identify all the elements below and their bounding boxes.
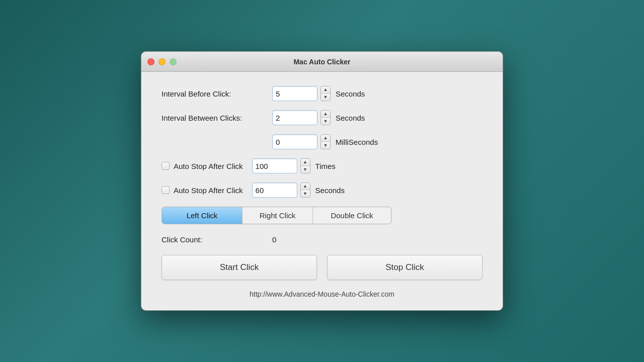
main-content: Interval Before Click: ▲ ▼ Seconds Inter…	[141, 72, 503, 310]
interval-between-clicks-ms-row: ▲ ▼ MilliSeconds	[272, 134, 482, 149]
auto-stop-times-up[interactable]: ▲	[301, 159, 310, 166]
stop-click-button[interactable]: Stop Click	[327, 255, 482, 280]
interval-before-click-up[interactable]: ▲	[321, 86, 330, 94]
auto-stop-times-row: Auto Stop After Click ▲ ▼ Times	[162, 158, 482, 173]
auto-stop-seconds-label: Auto Stop After Click	[174, 186, 243, 195]
interval-between-clicks-seconds-row: Interval Between Clicks: ▲ ▼ Seconds	[162, 110, 482, 125]
click-count-value: 0	[272, 235, 276, 244]
interval-before-click-spinner: ▲ ▼ Seconds	[272, 86, 386, 101]
interval-between-clicks-seconds-unit: Seconds	[336, 114, 386, 122]
auto-stop-seconds-down[interactable]: ▼	[301, 190, 310, 197]
close-button[interactable]	[147, 58, 154, 65]
auto-stop-seconds-up[interactable]: ▲	[301, 183, 310, 190]
interval-between-clicks-seconds-down[interactable]: ▼	[321, 118, 330, 125]
right-click-button[interactable]: Right Click	[243, 207, 313, 224]
interval-between-clicks-ms-unit: MilliSeconds	[336, 138, 386, 146]
maximize-button[interactable]	[170, 58, 177, 65]
auto-stop-times-arrows: ▲ ▼	[300, 158, 310, 173]
auto-stop-times-checkbox[interactable]	[162, 162, 170, 170]
left-click-button[interactable]: Left Click	[162, 207, 243, 224]
interval-between-clicks-label: Interval Between Clicks:	[162, 114, 272, 122]
click-count-row: Click Count: 0	[162, 235, 482, 244]
window-title: Mac Auto Clicker	[293, 58, 350, 66]
titlebar: Mac Auto Clicker	[141, 52, 503, 72]
auto-stop-times-input[interactable]	[252, 158, 297, 173]
click-type-bar: Left Click Right Click Double Click	[162, 207, 391, 224]
auto-stop-seconds-unit: Seconds	[315, 186, 366, 195]
auto-stop-times-down[interactable]: ▼	[301, 166, 310, 173]
interval-between-clicks-ms-input[interactable]	[272, 134, 317, 149]
click-type-row: Left Click Right Click Double Click	[162, 207, 482, 224]
interval-between-clicks-ms-up[interactable]: ▲	[321, 135, 330, 142]
interval-between-clicks-ms-down[interactable]: ▼	[321, 142, 330, 149]
interval-before-click-input[interactable]	[272, 86, 317, 101]
auto-stop-seconds-row: Auto Stop After Click ▲ ▼ Seconds	[162, 183, 482, 198]
interval-before-click-down[interactable]: ▼	[321, 94, 330, 101]
auto-stop-times-unit: Times	[315, 162, 366, 170]
interval-between-clicks-ms-spinner: ▲ ▼ MilliSeconds	[272, 134, 386, 149]
click-count-label: Click Count:	[162, 235, 272, 244]
interval-before-click-label: Interval Before Click:	[162, 89, 272, 98]
interval-before-click-arrows: ▲ ▼	[320, 86, 331, 101]
interval-before-click-row: Interval Before Click: ▲ ▼ Seconds	[162, 86, 482, 101]
auto-stop-seconds-input[interactable]	[252, 183, 297, 198]
double-click-button[interactable]: Double Click	[313, 207, 391, 224]
auto-stop-seconds-spinner: ▲ ▼ Seconds	[252, 183, 366, 198]
auto-stop-seconds-checkbox[interactable]	[162, 186, 170, 194]
footer-url: http://www.Advanced-Mouse-Auto-Clicker.c…	[162, 290, 482, 298]
interval-between-clicks-ms-arrows: ▲ ▼	[320, 134, 331, 149]
interval-between-clicks-seconds-spinner: ▲ ▼ Seconds	[272, 110, 386, 125]
auto-stop-times-label: Auto Stop After Click	[174, 162, 243, 170]
interval-between-clicks-seconds-up[interactable]: ▲	[321, 111, 330, 118]
start-click-button[interactable]: Start Click	[162, 255, 317, 280]
action-buttons: Start Click Stop Click	[162, 255, 482, 280]
app-window: Mac Auto Clicker Interval Before Click: …	[141, 51, 503, 311]
interval-between-clicks-seconds-arrows: ▲ ▼	[320, 110, 331, 125]
traffic-lights	[147, 58, 177, 65]
auto-stop-times-spinner: ▲ ▼ Times	[252, 158, 366, 173]
auto-stop-seconds-arrows: ▲ ▼	[300, 183, 310, 198]
minimize-button[interactable]	[158, 58, 166, 65]
interval-between-clicks-seconds-input[interactable]	[272, 110, 317, 125]
interval-before-click-unit: Seconds	[336, 89, 386, 98]
